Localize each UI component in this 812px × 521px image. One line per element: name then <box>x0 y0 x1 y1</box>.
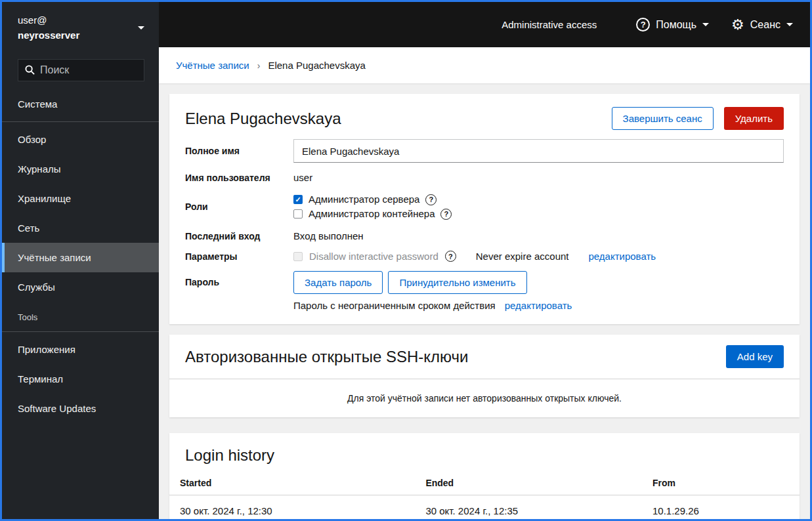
help-icon[interactable] <box>445 251 456 262</box>
add-key-button[interactable]: Add key <box>726 345 784 368</box>
last-login-value: Вход выполнен <box>293 230 784 241</box>
from-cell: 10.1.29.26 <box>642 495 800 520</box>
sidebar-nav: Система Обзор Журналы Хранилище Сеть Учё… <box>2 89 159 423</box>
sidebar-item-logs[interactable]: Журналы <box>2 154 159 184</box>
chevron-down-icon <box>786 23 793 26</box>
host-name: neyrosserver <box>18 28 79 43</box>
password-expiry-text: Пароль с неограниченным сроком действия <box>293 300 496 311</box>
login-history-title: Login history <box>169 446 800 471</box>
nav-divider <box>2 331 159 332</box>
admin-access-label: Administrative access <box>502 19 597 30</box>
content-area: Elena Pugachevskaya Завершить сеанс Удал… <box>159 83 810 519</box>
options-edit-link[interactable]: редактировать <box>589 251 656 262</box>
options-label: Параметры <box>185 251 293 262</box>
gear-icon <box>731 18 744 32</box>
sidebar-item-system[interactable]: Система <box>2 89 159 119</box>
sidebar-item-network[interactable]: Сеть <box>2 213 159 243</box>
ssh-keys-card: Авторизованные открытые SSH-ключи Add ke… <box>169 335 800 417</box>
session-menu[interactable]: Сеанс <box>731 18 793 32</box>
ssh-keys-empty-text: Для этой учётной записи нет авторизованн… <box>169 379 800 417</box>
main-column: Administrative access Помощь Сеанс Учётн… <box>159 2 810 519</box>
login-history-card: Login history Started Ended From 30 окт.… <box>169 433 800 519</box>
username-value: user <box>293 172 784 183</box>
disallow-password-checkbox <box>293 252 303 261</box>
sidebar-item-storage[interactable]: Хранилище <box>2 184 159 213</box>
table-row: 30 окт. 2024 г., 12:30 30 окт. 2024 г., … <box>169 495 800 520</box>
disallow-password-label: Disallow interactive password <box>309 251 438 262</box>
server-admin-label: Администратор сервера <box>309 192 419 207</box>
app-window: user@ neyrosserver Система Обзор Журналы… <box>0 0 812 521</box>
chevron-down-icon <box>702 23 709 26</box>
account-details-card: Elena Pugachevskaya Завершить сеанс Удал… <box>169 94 800 324</box>
sidebar-item-overview[interactable]: Обзор <box>2 125 159 154</box>
question-circle-icon <box>636 18 650 31</box>
ssh-keys-title: Авторизованные открытые SSH-ключи <box>185 348 468 366</box>
sidebar-item-accounts[interactable]: Учётные записи <box>2 243 159 272</box>
container-admin-checkbox[interactable] <box>293 209 303 219</box>
sidebar-item-services[interactable]: Службы <box>2 272 159 302</box>
password-edit-link[interactable]: редактировать <box>505 300 572 311</box>
sidebar-item-terminal[interactable]: Терминал <box>2 364 159 394</box>
started-cell: 30 окт. 2024 г., 12:30 <box>169 495 415 520</box>
last-login-label: Последний вход <box>185 231 293 241</box>
ended-cell: 30 окт. 2024 г., 12:35 <box>415 495 642 520</box>
full-name-input[interactable] <box>293 139 784 163</box>
server-admin-checkbox[interactable] <box>293 195 303 204</box>
set-password-button[interactable]: Задать пароль <box>293 271 383 294</box>
sidebar-item-software-updates[interactable]: Software Updates <box>2 394 159 423</box>
sidebar-search[interactable] <box>18 59 144 81</box>
delete-account-button[interactable]: Удалить <box>724 107 784 130</box>
terminate-session-button[interactable]: Завершить сеанс <box>612 107 714 130</box>
host-user: user@ <box>18 12 79 28</box>
column-header-started: Started <box>169 471 415 495</box>
help-menu[interactable]: Помощь <box>636 18 709 31</box>
page-title: Elena Pugachevskaya <box>185 110 341 128</box>
login-history-table: Started Ended From 30 окт. 2024 г., 12:3… <box>169 471 800 519</box>
tools-section-label: Tools <box>2 302 159 329</box>
username-label: Имя пользователя <box>185 173 293 183</box>
host-switcher[interactable]: user@ neyrosserver <box>2 2 159 43</box>
force-change-button[interactable]: Принудительно изменить <box>388 271 526 294</box>
container-admin-label: Администратор контейнера <box>309 207 435 221</box>
sidebar-item-applications[interactable]: Приложения <box>2 335 159 364</box>
column-header-ended: Ended <box>415 471 642 495</box>
breadcrumb-current: Elena Pugachevskaya <box>268 60 365 71</box>
breadcrumb-separator-icon: › <box>257 60 261 71</box>
masthead: Administrative access Помощь Сеанс <box>159 2 810 47</box>
chevron-down-icon[interactable] <box>138 26 144 30</box>
roles-label: Роли <box>185 201 293 212</box>
help-menu-label: Помощь <box>656 19 696 31</box>
session-menu-label: Сеанс <box>750 19 780 31</box>
column-header-from: From <box>642 471 800 495</box>
search-icon <box>25 65 35 75</box>
help-icon[interactable] <box>440 209 452 220</box>
breadcrumb-accounts-link[interactable]: Учётные записи <box>176 60 249 71</box>
breadcrumb: Учётные записи › Elena Pugachevskaya <box>159 47 810 83</box>
nav-divider <box>2 121 159 122</box>
full-name-label: Полное имя <box>185 146 293 156</box>
never-expire-label: Never expire account <box>476 251 569 262</box>
sidebar: user@ neyrosserver Система Обзор Журналы… <box>2 2 159 519</box>
search-input[interactable] <box>40 64 132 76</box>
password-label: Пароль <box>185 277 293 287</box>
help-icon[interactable] <box>425 194 437 205</box>
